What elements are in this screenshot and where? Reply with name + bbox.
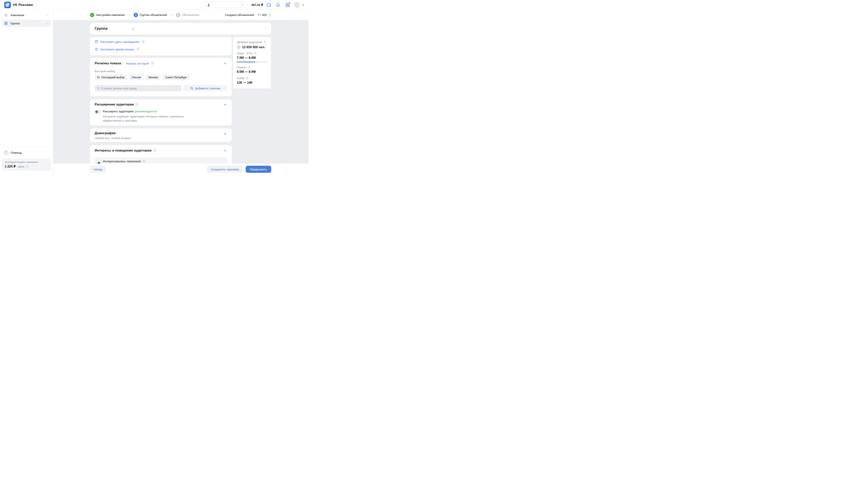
demography-card: Демография Любой пол, любой возраст: [90, 128, 232, 142]
reach-progress-light: [255, 62, 257, 63]
chip-last-selection[interactable]: Последний выбор: [95, 74, 127, 80]
sidebar: Кампания ••• Группа ••• ?: [0, 10, 53, 175]
vk-ads-logo-icon: [4, 2, 11, 8]
balance-amount[interactable]: 387,41 ₽: [251, 3, 263, 7]
sidebar-item-group[interactable]: Группа •••: [2, 20, 51, 27]
notification-badge: [289, 2, 291, 4]
chevron-up-icon[interactable]: [223, 103, 227, 106]
help-icon[interactable]: ?: [153, 149, 156, 152]
continue-button[interactable]: Продолжить: [246, 166, 271, 173]
search-icon: [97, 87, 100, 90]
help-icon[interactable]: ?: [151, 62, 154, 65]
check-circle-icon: [237, 45, 241, 49]
set-dates-link[interactable]: Настроить даты проведения ?: [95, 40, 145, 44]
add-list-button[interactable]: Добавить списком: [183, 85, 227, 91]
budget-suffix: / день: [17, 165, 25, 168]
step-campaign-settings[interactable]: Настройка кампании: [90, 13, 125, 17]
chip-russia[interactable]: Россия: [129, 74, 144, 80]
impressions-value: 8.0M — 8.9M: [237, 70, 267, 74]
reach-progress-bar: [237, 62, 267, 63]
chevron-down-icon: [241, 3, 244, 6]
help-icon[interactable]: ?: [254, 52, 257, 55]
impressions-label-row: Показы ?: [237, 66, 267, 69]
brand-logo[interactable]: VK Реклама: [4, 2, 33, 8]
created-ads-counter: Создано объявлений · 7 / 300 ?: [225, 13, 271, 17]
chip-label: Санкт-Петербург: [165, 76, 187, 79]
step-ads: 3 Объявления: [176, 13, 199, 17]
edit-pencil-icon[interactable]: [131, 27, 135, 30]
demography-subtitle: Любой пол, любой возраст: [95, 137, 131, 140]
demography-title: Демография: [95, 131, 116, 135]
history-icon: [97, 76, 100, 79]
clicks-label-row: Клики ?: [237, 77, 267, 80]
help-label: Помощь: [10, 151, 22, 154]
expand-audience-label: Расширить аудиторию: [103, 109, 134, 113]
more-options-icon[interactable]: •••: [46, 22, 49, 24]
chevron-up-icon[interactable]: [223, 62, 227, 65]
bell-icon[interactable]: [276, 3, 280, 7]
step-label: Настройка кампании: [96, 13, 125, 17]
divider: [4, 147, 49, 147]
expansion-description: Алгоритм подберёт аудитории, которые пом…: [103, 114, 201, 123]
schedule-card: Настроить даты проведения ? Настроить вр…: [90, 37, 232, 55]
help-icon[interactable]: ?: [136, 48, 139, 51]
chip-spb[interactable]: Санкт-Петербург: [163, 74, 190, 80]
target-audience-label: Целевая аудитория: [237, 41, 262, 44]
set-dates-label: Настроить даты проведения: [100, 40, 139, 44]
account-select[interactable]: [204, 2, 247, 8]
step-connector: [169, 15, 174, 15]
step-ad-groups[interactable]: 2 Группы объявлений: [134, 13, 167, 17]
wallet-icon[interactable]: [267, 3, 271, 7]
step-label: Объявления: [182, 13, 199, 17]
set-time-label: Настроить время показа: [100, 48, 134, 51]
chevron-up-icon[interactable]: [223, 149, 227, 152]
map-link[interactable]: Указать на карте: [126, 62, 149, 65]
interested-in-topic-label: Интересовались тематикой: [103, 159, 141, 163]
footer-bar: Назад Сохранить черновик Продолжить: [53, 164, 308, 175]
sidebar-bottom: ? Помощь Итоговый бюджет кампании 1 225 …: [0, 147, 53, 175]
chevron-down-icon[interactable]: [301, 3, 305, 6]
sidebar-item-label: Кампания: [10, 14, 24, 17]
brand-name: VK Реклама: [13, 3, 33, 7]
clock-icon: [95, 47, 98, 51]
created-ads-label: Создано объявлений: [225, 13, 254, 17]
help-icon[interactable]: ?: [142, 160, 145, 163]
toggle-knob: [95, 110, 98, 113]
separator: ·: [255, 13, 256, 17]
quick-select-label: Быстрый выбор: [95, 70, 115, 73]
audience-forecast-panel: Целевая аудитория ? 12 659 000 чел. Охва…: [233, 37, 271, 89]
regions-card: Регионы показа * Указать на карте ? Быст…: [90, 58, 232, 96]
add-list-icon: [190, 87, 194, 90]
group-title: Группа: [95, 26, 108, 31]
expansion-title: Расширение аудитории: [95, 102, 134, 106]
help-icon[interactable]: ?: [246, 77, 249, 80]
expand-audience-toggle[interactable]: [95, 110, 101, 114]
back-button[interactable]: Назад: [90, 166, 106, 173]
step-number: 3: [176, 13, 180, 17]
reach-label-row: Охват ~67% ?: [237, 52, 267, 55]
more-options-icon[interactable]: •••: [264, 27, 267, 29]
chevron-down-icon[interactable]: [223, 132, 227, 136]
info-icon[interactable]: i: [26, 165, 28, 168]
help-icon[interactable]: ?: [248, 66, 251, 69]
help-icon[interactable]: ?: [135, 103, 139, 106]
help-button[interactable]: ? Помощь: [0, 149, 53, 156]
stepper-bar: Настройка кампании 2 Группы объявлений 3…: [53, 10, 308, 20]
chip-label: Россия: [132, 76, 141, 79]
help-icon[interactable]: ?: [263, 41, 266, 44]
sidebar-item-campaign[interactable]: Кампания •••: [2, 11, 51, 19]
apps-grid-icon[interactable]: [286, 3, 290, 7]
sidebar-item-label: Группа: [10, 22, 20, 25]
regions-title: Регионы показа: [95, 62, 121, 65]
grid-icon: [4, 21, 8, 25]
avatar[interactable]: [294, 2, 300, 8]
more-options-icon[interactable]: •••: [46, 14, 49, 16]
save-draft-button[interactable]: Сохранить черновик: [207, 166, 243, 173]
help-icon[interactable]: ?: [268, 14, 271, 17]
chip-moscow[interactable]: Москва: [146, 74, 160, 80]
region-search-input[interactable]: [95, 85, 181, 91]
clicks-label: Клики: [237, 77, 244, 80]
clicks-value: 13К — 14К: [237, 81, 267, 84]
help-icon[interactable]: ?: [142, 40, 145, 43]
set-time-link[interactable]: Настроить время показа ?: [95, 47, 139, 51]
